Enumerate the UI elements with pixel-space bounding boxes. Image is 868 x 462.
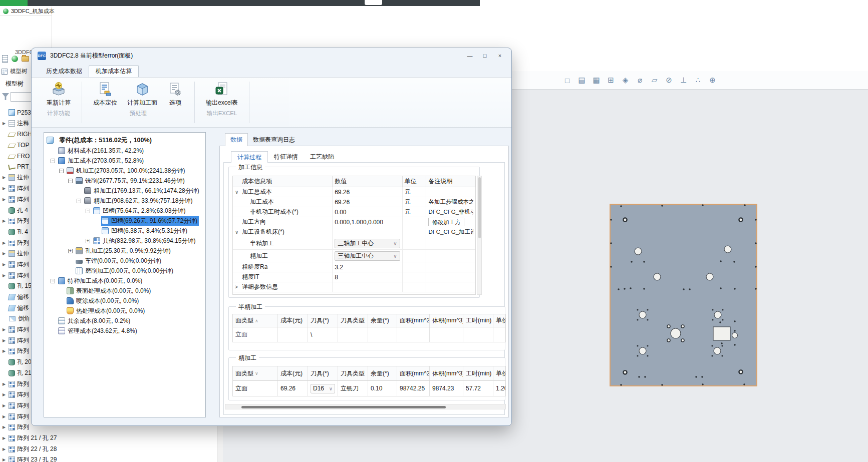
process-subtab[interactable]: 计算过程 xyxy=(231,151,268,163)
cost-item-value[interactable]: 69.26∨ xyxy=(335,189,350,196)
cost-tree-item[interactable]: 喷涂成本(0.00元, 0.0%) xyxy=(44,296,205,306)
dialog-title-bar[interactable]: DFC 3DDFC2.8 当前模型error(面板) xyxy=(32,48,511,63)
cost-tree-item[interactable]: − 机加工(2703.05元, 100.0%;2241.38分钟) xyxy=(44,166,205,176)
expand-arrow-icon[interactable]: ▶ xyxy=(2,457,7,462)
info-table-row[interactable]: 半精加工 三轴加工中心∨ xyxy=(233,237,475,250)
filter-funnel-icon[interactable] xyxy=(2,93,9,100)
cube-display-icon[interactable]: □ xyxy=(562,75,572,86)
col-value[interactable]: 数值 xyxy=(335,177,347,186)
bg-tree-item[interactable]: ▶ 阵列 23 / 孔 29 xyxy=(2,454,217,462)
cost-tree-item[interactable]: 热处理成本(0.00元, 0.0%) xyxy=(44,306,205,316)
expand-arrow-icon[interactable]: ▶ xyxy=(2,273,7,278)
expand-arrow-icon[interactable]: ▶ xyxy=(2,392,7,397)
app-tab-3ddfc[interactable]: 3DDFC_机加成本 xyxy=(3,7,55,16)
recalculate-button[interactable]: 重新计算 xyxy=(43,80,75,107)
info-table-row[interactable]: ∨ 加工总成本 69.26∨ 元 xyxy=(233,187,475,197)
datum-toggle-icon[interactable]: ⌀ xyxy=(635,75,645,86)
info-table-scrollbar[interactable] xyxy=(477,176,482,295)
expand-arrow-icon[interactable]: ▶ xyxy=(2,251,7,256)
semi-tool[interactable]: \ xyxy=(311,331,312,338)
finish-tool-dropdown[interactable]: D16∨ xyxy=(311,384,335,393)
tree-expander-icon[interactable]: − xyxy=(86,209,90,213)
expand-arrow-icon[interactable]: ▶ xyxy=(2,219,7,223)
semi-header-cell[interactable]: 体积(mm^3) xyxy=(430,314,463,327)
expand-arrow-icon[interactable]: ▶ xyxy=(2,197,7,202)
cost-tree-item[interactable]: 凹槽(69.26元, 91.6%;57.72分钟) xyxy=(44,216,205,226)
tree-expander-icon[interactable]: − xyxy=(51,279,55,283)
info-table-row[interactable]: 粗糙度Ra 3.2∨ xyxy=(233,262,475,272)
dialog-tab[interactable]: 机加成本估算 xyxy=(89,65,139,77)
info-table-scrollbar-thumb[interactable] xyxy=(478,177,481,238)
copy-view-icon[interactable]: ▤ xyxy=(576,75,587,86)
axis-display-icon[interactable]: ⊘ xyxy=(664,75,674,86)
finish-header-cell[interactable]: 面类型∨ xyxy=(233,366,278,380)
minimize-button[interactable]: — xyxy=(462,50,477,62)
cost-item-value[interactable]: 69.26∨ xyxy=(335,199,350,206)
info-table-row[interactable]: 非机动工时成本(*) 0.00∨ 元 DFC_CFG_非机动工时默认值(DFC_… xyxy=(233,207,475,217)
cost-tree-item[interactable]: 磨削加工(0.00元, 0.0%;0.00分钟) xyxy=(44,266,205,276)
tree-expander-icon[interactable]: − xyxy=(77,199,81,203)
plane-display-icon[interactable]: ▱ xyxy=(649,75,660,86)
capture-table-icon[interactable]: ▦ xyxy=(591,75,602,86)
expand-arrow-icon[interactable]: ▶ xyxy=(2,186,7,191)
expand-arrow-icon[interactable]: ▶ xyxy=(2,175,7,180)
finish-header-cell[interactable]: 面积(mm^2) xyxy=(397,366,430,380)
cost-item-value[interactable]: 0.000,1.000,0.000∨ xyxy=(335,219,383,226)
cost-item-value[interactable]: 8∨ xyxy=(335,274,338,281)
cube-add-icon[interactable]: ⊞ xyxy=(606,75,616,86)
col-unit[interactable]: 单位 xyxy=(405,177,417,186)
cost-tree-item[interactable]: 其余成本(8.00元, 0.2%) xyxy=(44,316,205,326)
model-tree-tab[interactable]: 模型树 xyxy=(2,68,28,75)
expand-arrow-icon[interactable]: ▶ xyxy=(2,382,7,386)
info-table-row[interactable]: 精加工 三轴加工中心∨ xyxy=(233,250,475,262)
open-folder-icon[interactable] xyxy=(22,56,29,62)
semi-header-cell[interactable]: 刀具类型 xyxy=(338,314,368,327)
finish-header-cell[interactable]: 刀具(*) xyxy=(308,366,338,380)
expand-arrow-icon[interactable]: ▶ xyxy=(2,262,7,267)
cost-tree-item[interactable]: 表面处理成本(0.00元, 0.0%) xyxy=(44,286,205,296)
info-table-row[interactable]: > 详细参数信息 ∨ xyxy=(233,282,475,292)
semi-header-cell[interactable]: 成本(元) xyxy=(278,314,308,327)
close-button[interactable]: × xyxy=(492,50,507,62)
finish-header-cell[interactable]: 刀具类型 xyxy=(338,366,368,380)
cost-tree-item[interactable]: 凹槽(6.38元, 8.4%;5.31分钟) xyxy=(44,226,205,236)
annotation-display-icon[interactable]: ⊕ xyxy=(707,75,718,86)
col-cost-item[interactable]: 成本信息项 xyxy=(242,177,272,186)
cost-tree-item[interactable]: − 凹槽(75.64元, 2.8%;63.03分钟) xyxy=(44,206,205,216)
csys-display-icon[interactable]: ⊥ xyxy=(678,75,689,86)
cost-item-value[interactable]: 三轴加工中心∨ xyxy=(335,239,400,248)
finish-table-row[interactable]: 立面 69.26 D16∨ 立铣刀 0.10 98742.25 9874.23 … xyxy=(233,381,505,396)
tree-expander-icon[interactable]: − xyxy=(51,159,55,163)
calc-face-button[interactable]: 计算加工面 xyxy=(123,80,161,107)
cost-locate-button[interactable]: 成本定位 xyxy=(89,80,121,107)
finish-header-cell[interactable]: 单价(元/min xyxy=(493,366,506,380)
cost-item-value[interactable]: 0.00∨ xyxy=(335,209,346,216)
row-expander-icon[interactable]: ∨ xyxy=(235,189,242,195)
info-table-row[interactable]: ∨ 加工设备机床(*) ∨ DFC_CFG_加工设备默认值推荐表(DF xyxy=(233,227,475,237)
expand-arrow-icon[interactable]: ▶ xyxy=(2,338,7,343)
dialog-tab[interactable]: 历史成本数据 xyxy=(40,65,89,77)
row-expander-icon[interactable]: ∨ xyxy=(235,229,242,235)
tree-expander-icon[interactable]: + xyxy=(68,249,73,253)
cost-tree-item[interactable]: − 铣削(2677.75元, 99.1%;2231.46分钟) xyxy=(44,176,205,186)
bg-tree-item[interactable]: ▶ 阵列 22 / 孔 28 xyxy=(2,443,217,454)
cost-item-value[interactable]: 3.2∨ xyxy=(335,264,343,271)
col-remark[interactable]: 备注说明 xyxy=(428,177,452,186)
expand-arrow-icon[interactable]: ▶ xyxy=(2,327,7,332)
semi-header-cell[interactable]: 面类型∧ xyxy=(233,314,278,327)
expand-arrow-icon[interactable]: ▶ xyxy=(2,447,7,451)
cost-tree-item[interactable]: 管理成本(243.62元, 4.8%) xyxy=(44,326,205,336)
finish-header-cell[interactable]: 成本(元) xyxy=(278,366,308,380)
semi-header-cell[interactable]: 面积(mm^2) xyxy=(397,314,430,327)
plate-svg[interactable] xyxy=(610,204,757,386)
tables-hscrollbar-thumb[interactable] xyxy=(241,406,446,408)
tables-hscrollbar[interactable] xyxy=(225,404,506,409)
maximize-button[interactable]: □ xyxy=(477,50,492,62)
export-excel-button[interactable]: 输出excel表 xyxy=(202,80,242,107)
options-button[interactable]: 选项 xyxy=(163,80,187,107)
point-display-icon[interactable]: ∴ xyxy=(693,75,703,86)
cost-tree-item[interactable]: 车镗(0.00元, 0.0%;0.00分钟) xyxy=(44,256,205,266)
model-sphere-icon[interactable] xyxy=(12,56,18,62)
bg-tree-item[interactable]: ▶ 阵列 21 / 孔 27 xyxy=(2,433,217,444)
tree-expander-icon[interactable]: + xyxy=(86,239,90,243)
